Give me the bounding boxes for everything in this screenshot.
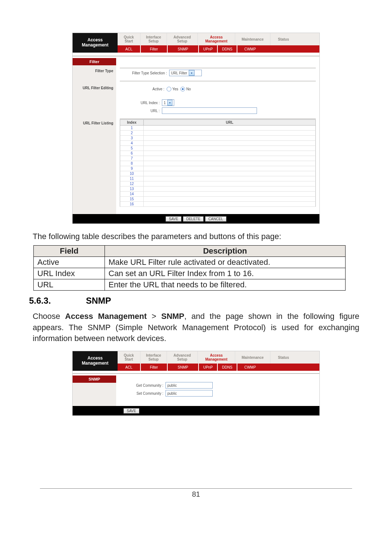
snmp-side: SNMP — [73, 376, 116, 406]
url-index-label: URL Index : — [120, 101, 162, 105]
tab-interface-setup[interactable]: Interface Setup — [140, 351, 167, 364]
listing-url-cell — [144, 192, 315, 196]
listing-row: 13 — [120, 186, 316, 192]
subtab-ddns[interactable]: DDNS — [218, 364, 237, 371]
save-button[interactable]: SAVE — [123, 408, 139, 414]
active-label: Active : — [152, 87, 164, 91]
section-title: SNMP — [86, 296, 111, 305]
subtab-upnp[interactable]: UPnP — [199, 364, 218, 371]
side-filter-type: Filter Type — [73, 67, 116, 74]
listing-index-link[interactable]: 14 — [120, 192, 144, 196]
listing-url-cell — [144, 126, 315, 130]
tab-advanced-setup[interactable]: Advanced Setup — [167, 33, 198, 45]
listing-rows: 12345678910111213141516 — [120, 126, 316, 207]
delete-button[interactable]: DELETE — [183, 216, 204, 222]
listing-url-cell — [144, 197, 315, 201]
subtab-snmp[interactable]: SNMP — [168, 364, 199, 371]
listing-url-cell — [144, 171, 315, 176]
tab-status[interactable]: Status — [270, 351, 297, 364]
listing-url-cell — [144, 131, 315, 135]
listing-row: 15 — [120, 197, 316, 202]
side-url-filter-editing: URL Filter Editing — [73, 85, 116, 91]
url-input[interactable] — [162, 107, 257, 114]
tab-quick-start[interactable]: Quick Start — [118, 33, 140, 45]
listing-row: 7 — [120, 156, 316, 161]
set-community-input[interactable]: public — [166, 390, 213, 397]
tab-access-management[interactable]: Access Management — [198, 33, 235, 45]
subtab-filter[interactable]: Filter — [141, 45, 168, 53]
listing-index-link[interactable]: 11 — [120, 176, 144, 181]
tab-interface-setup[interactable]: Interface Setup — [140, 33, 167, 45]
active-yes-text: Yes — [172, 87, 178, 91]
listing-index-link[interactable]: 8 — [120, 161, 144, 166]
snmp-content: Get Community : public Set Community : p… — [116, 376, 319, 406]
brand-line2: Management — [82, 361, 108, 366]
listing-index-link[interactable]: 15 — [120, 197, 144, 201]
active-no-radio[interactable] — [180, 87, 185, 91]
listing-head-index: Index — [120, 120, 144, 125]
listing-row: 8 — [120, 161, 316, 166]
filter-screenshot: Access Management Quick Start Interface … — [72, 33, 320, 224]
table-row: Active Make URL Filter rule activated or… — [34, 257, 346, 268]
cancel-button[interactable]: CANCEL — [205, 216, 226, 222]
listing-head: Index URL — [120, 119, 316, 126]
subtab-upnp[interactable]: UPnP — [199, 45, 218, 53]
tab-access-management[interactable]: Access Management — [198, 351, 235, 364]
listing-index-link[interactable]: 10 — [120, 171, 144, 176]
listing-url-cell — [144, 136, 315, 140]
tab-maintenance[interactable]: Maintenance — [235, 351, 270, 364]
snmp-footer: SAVE — [73, 406, 319, 415]
listing-index-link[interactable]: 2 — [120, 131, 144, 135]
section-number: 5.6.3. — [29, 296, 83, 306]
listing-index-link[interactable]: 13 — [120, 186, 144, 191]
listing-url-cell — [144, 176, 315, 181]
table-row: URL Index Can set an URL Filter Index fr… — [34, 268, 346, 279]
brand-line1: Access — [87, 356, 103, 361]
tab-quick-start[interactable]: Quick Start — [118, 351, 140, 364]
section-heading: 5.6.3. SNMP — [29, 296, 359, 306]
subtab-ddns[interactable]: DDNS — [218, 45, 237, 53]
tab-maintenance[interactable]: Maintenance — [235, 33, 270, 45]
url-index-value: 1 — [164, 101, 166, 105]
save-button[interactable]: SAVE — [166, 216, 181, 222]
subtab-acl[interactable]: ACL — [118, 364, 141, 371]
url-index-select[interactable]: 1 ▾ — [162, 99, 174, 106]
listing-url-cell — [144, 202, 315, 206]
filter-content: Filter Type Selection : URL Filter ▾ Act… — [116, 58, 319, 214]
subtab-acl[interactable]: ACL — [118, 45, 141, 53]
listing-url-cell — [144, 141, 315, 145]
listing-row: 3 — [120, 136, 316, 141]
subtab-cwmp[interactable]: CWMP — [237, 45, 263, 53]
cell-field: URL — [34, 279, 105, 290]
brand-panel: Access Management — [73, 351, 118, 371]
filter-side: Filter Filter Type URL Filter Editing UR… — [73, 58, 116, 214]
listing-index-link[interactable]: 6 — [120, 151, 144, 156]
filter-type-selection[interactable]: URL Filter ▾ — [169, 70, 202, 76]
active-yes-radio[interactable] — [167, 87, 171, 91]
subtab-filter[interactable]: Filter — [141, 364, 168, 371]
listing-row: 4 — [120, 141, 316, 146]
cell-desc: Make URL Filter rule activated or deacti… — [105, 257, 346, 268]
listing-row: 1 — [120, 126, 316, 131]
filter-type-selection-label: Filter Type Selection : — [120, 71, 169, 75]
listing-index-link[interactable]: 4 — [120, 141, 144, 145]
listing-index-link[interactable]: 5 — [120, 146, 144, 151]
listing-row: 6 — [120, 151, 316, 156]
subtab-cwmp[interactable]: CWMP — [237, 364, 263, 371]
th-description: Description — [105, 245, 346, 257]
listing-index-link[interactable]: 9 — [120, 166, 144, 171]
listing-index-link[interactable]: 16 — [120, 202, 144, 206]
side-header-filter: Filter — [73, 58, 116, 65]
listing-index-link[interactable]: 12 — [120, 181, 144, 186]
tab-advanced-setup[interactable]: Advanced Setup — [167, 351, 198, 364]
main-tabs: Quick Start Interface Setup Advanced Set… — [118, 351, 319, 364]
listing-index-link[interactable]: 7 — [120, 156, 144, 161]
cell-desc: Can set an URL Filter Index from 1 to 16… — [105, 268, 346, 279]
get-community-input[interactable]: public — [166, 382, 213, 389]
tab-status[interactable]: Status — [270, 33, 297, 45]
listing-row: 12 — [120, 181, 316, 186]
subtab-snmp[interactable]: SNMP — [168, 45, 199, 53]
listing-index-link[interactable]: 3 — [120, 136, 144, 140]
listing-index-link[interactable]: 1 — [120, 126, 144, 130]
brand-line2: Management — [82, 43, 108, 48]
